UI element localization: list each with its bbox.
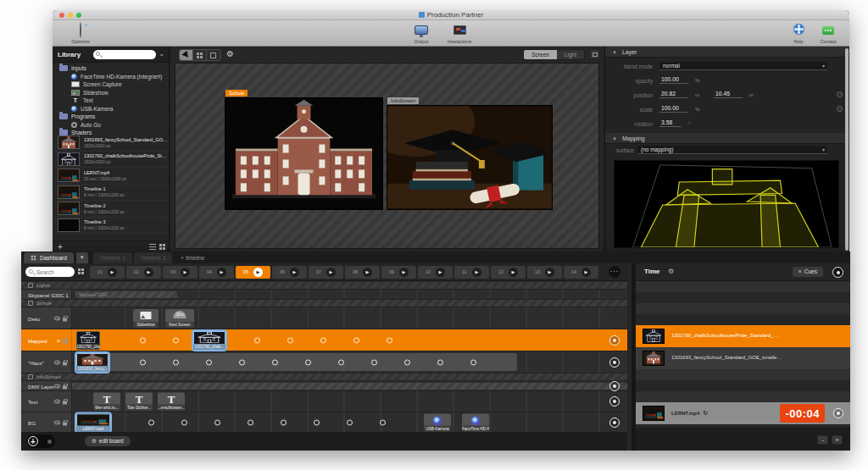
play-icon[interactable]: ▶: [545, 268, 554, 277]
cue-marker[interactable]: [248, 420, 253, 426]
cue-marker[interactable]: [148, 420, 154, 426]
time-settings-gear-icon[interactable]: ⚙: [668, 268, 674, 275]
time-record-button[interactable]: [832, 267, 843, 278]
screen-infoscreen-tag[interactable]: InfoScreen: [387, 97, 419, 104]
track-group-infoscreen[interactable]: InfoScreen: [21, 373, 627, 381]
lock-icon[interactable]: [63, 401, 67, 405]
tool-segmented-control[interactable]: [179, 49, 221, 61]
cue-marker[interactable]: [437, 359, 443, 365]
library-tree-item[interactable]: Screen Capture: [53, 80, 169, 89]
position-x-field[interactable]: 20.82: [659, 91, 688, 98]
cue-marker[interactable]: [206, 359, 212, 365]
close-icon[interactable]: ×: [57, 337, 60, 343]
track-name[interactable]: Text: [21, 391, 72, 412]
cue-04[interactable]: 04▶: [199, 266, 234, 279]
stage-canvas[interactable]: Schule: [175, 63, 599, 249]
play-icon[interactable]: ▶: [108, 268, 117, 277]
eye-icon[interactable]: [54, 360, 60, 364]
grid-tool-button[interactable]: [193, 50, 207, 60]
cue-12[interactable]: 12▶: [491, 266, 526, 279]
cue-marker[interactable]: [404, 359, 410, 365]
row-record-button[interactable]: [609, 381, 620, 391]
track-name[interactable]: BG: [21, 412, 72, 433]
remove-entry-button[interactable]: -: [817, 435, 828, 445]
board-grid-icon[interactable]: [78, 268, 84, 274]
mapping-preview[interactable]: [614, 160, 839, 248]
track-name[interactable]: Deko: [21, 307, 72, 329]
track-name[interactable]: Mapped×: [21, 329, 72, 351]
track-content[interactable]: LERNT.mp4USB-KameraFaceTime HD-K...: [72, 412, 627, 433]
cue-marker[interactable]: [239, 359, 245, 365]
timeline-clip[interactable]: T...erschlossen...: [158, 393, 185, 411]
library-media-item[interactable]: 1301693_fancySchool_Standard_GOE_smaller…: [53, 135, 169, 152]
output-grid-button[interactable]: [589, 49, 600, 59]
cue-marker[interactable]: [173, 359, 179, 365]
track-group-schule[interactable]: Schule: [21, 300, 627, 307]
cue-marker[interactable]: [320, 337, 326, 343]
cue-marker[interactable]: [347, 420, 353, 426]
list-view-icon[interactable]: [149, 244, 156, 250]
track-name[interactable]: "Haus": [21, 351, 72, 373]
play-icon[interactable]: ▶: [509, 268, 518, 277]
timeline-clip[interactable]: TTote Dichter...: [125, 393, 153, 411]
time-entry[interactable]: LERNT.mp4↻-00:04: [636, 402, 850, 424]
position-y-field[interactable]: 10.45: [714, 91, 743, 98]
cue-marker[interactable]: [140, 359, 146, 365]
tab--timeline[interactable]: + timeline: [174, 252, 211, 263]
library-tree-item[interactable]: USB-Kamera: [53, 105, 169, 113]
track-content[interactable]: Slideshow10 sNext Screen: [72, 307, 627, 329]
mapping-section-header[interactable]: ▼ Mapping: [605, 133, 849, 144]
layer-section-header[interactable]: ▼ Layer: [605, 47, 849, 58]
play-icon[interactable]: ▶: [217, 268, 226, 277]
cue-marker[interactable]: [353, 337, 359, 343]
library-media-item[interactable]: LERNT.mp420 sec / 1920x1080 px: [53, 168, 169, 185]
play-icon[interactable]: ▶: [581, 268, 591, 277]
play-icon[interactable]: ▶: [399, 268, 409, 277]
time-entry[interactable]: 1301693_fancySchool_Standard_GOE_smaller…: [636, 347, 850, 369]
timeline-clip[interactable]: 1301790_chalk...: [76, 331, 100, 350]
cue-marker[interactable]: [214, 420, 220, 426]
select-tool-button[interactable]: [180, 50, 193, 60]
track-content[interactable]: TWer wird zu...TTote Dichter...T...ersch…: [72, 391, 627, 412]
library-tree-item[interactable]: Slideshow: [53, 89, 169, 97]
titlebar[interactable]: Production Partner: [53, 10, 849, 20]
timeline-clip[interactable]: 1301693_fancy...: [76, 353, 108, 372]
track-content[interactable]: 1301693_fancy...: [72, 351, 627, 373]
cue-marker[interactable]: [470, 359, 476, 365]
play-icon[interactable]: ▶: [290, 268, 299, 277]
eye-icon[interactable]: [54, 384, 60, 388]
eye-icon[interactable]: [54, 316, 60, 320]
cue-marker[interactable]: [380, 420, 386, 426]
eye-icon[interactable]: [54, 400, 60, 404]
cue-marker[interactable]: [314, 420, 320, 426]
scale-reset-button[interactable]: [837, 106, 843, 112]
row-record-button[interactable]: [609, 417, 620, 428]
timeline-clip[interactable]: Skypanel S30C: [75, 291, 177, 298]
screen-infoscreen[interactable]: InfoScreen: [387, 105, 553, 210]
time-entry[interactable]: 1301790_chalkSchoolhousePride_Standard_G…: [636, 325, 850, 347]
play-icon[interactable]: ▶: [181, 268, 190, 277]
cue-03[interactable]: 03▶: [163, 266, 198, 279]
entry-record-button[interactable]: [833, 408, 843, 418]
cues-button[interactable]: ≡Cues: [793, 267, 823, 277]
cue-06[interactable]: 06▶: [272, 266, 307, 279]
add-media-button[interactable]: +: [58, 242, 63, 252]
library-tree-item[interactable]: Programs: [53, 113, 169, 121]
cue-marker[interactable]: [173, 337, 179, 343]
cue-marker[interactable]: [387, 337, 392, 343]
cue-marker[interactable]: [181, 420, 187, 426]
timeline-clip[interactable]: 1301790_chalk...: [193, 331, 225, 350]
output-button[interactable]: Output: [400, 23, 442, 44]
library-tree-item[interactable]: Inputs: [53, 64, 169, 73]
cue-13[interactable]: 13▶: [527, 266, 562, 279]
interactions-button[interactable]: Interactions: [438, 23, 481, 44]
cue-14[interactable]: 14▶: [564, 266, 598, 279]
cue-marker[interactable]: [371, 359, 377, 365]
position-reset-button[interactable]: [837, 91, 843, 97]
cue-marker[interactable]: [140, 337, 146, 343]
timeline-clip[interactable]: TWer wird zu...: [93, 393, 120, 411]
add-entry-button[interactable]: +: [832, 435, 843, 445]
play-icon[interactable]: ▶: [144, 268, 153, 277]
tab-timeline-1[interactable]: Timeline 1: [93, 252, 132, 263]
row-record-button[interactable]: [609, 357, 620, 368]
